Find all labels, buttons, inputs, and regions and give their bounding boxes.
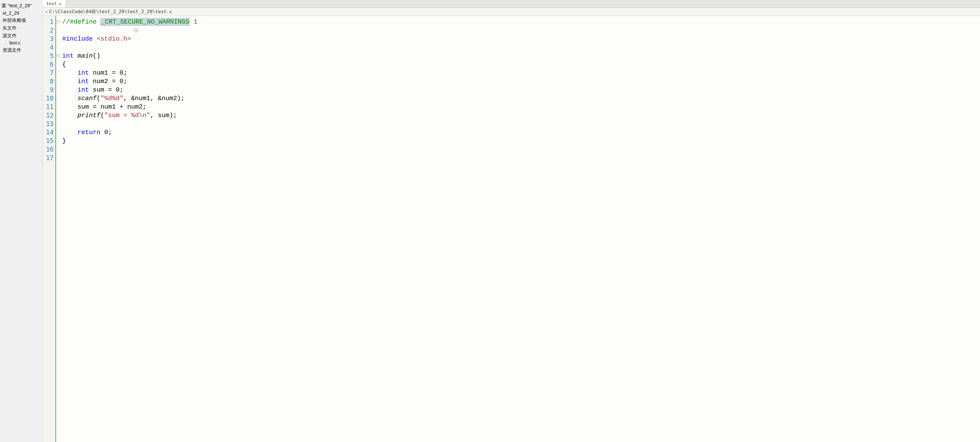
code-token: <stdio.h> [97,35,131,43]
line-number: 2 [46,26,54,35]
code-line[interactable]: return 0; [62,128,980,137]
tree-item[interactable]: 头文件 [0,24,42,32]
code-token [62,112,77,119]
code-token: num1 = 0; [89,69,127,76]
code-token: num2 = 0; [89,78,127,85]
code-token: int [77,69,89,76]
code-token: ( [100,112,104,119]
line-number: 15 [46,137,54,145]
code-token: 0; [100,129,112,136]
code-line[interactable] [62,120,980,128]
breadcrumb-path: C:\ClassCode\84班\test_2_29\test_2_29\tes… [49,8,172,15]
line-number: 16 [46,145,54,154]
tree-item-label: test.c [10,40,21,46]
line-number: 5 [46,52,54,60]
code-line[interactable]: //#define _CRT_SECURE_NO_WARNINGS 1 [62,17,980,26]
tree-root: st_2_29外部依赖项头文件源文件📄test.c资源文件 [0,10,42,54]
code-token: int [62,52,73,60]
chevron-down-icon[interactable]: ▾ [134,29,138,32]
code-token [62,78,77,85]
code-line[interactable]: int num2 = 0; [62,77,980,86]
code-line[interactable] [62,154,980,162]
arrow-icon: ➪ [45,9,48,14]
main-area: test.c ➪ C:\ClassCode\84班\test_2_29\test… [43,0,980,442]
code-line[interactable]: int sum = 0; [62,86,980,94]
code-token: () [93,52,100,60]
code-token: printf [77,112,100,119]
code-token: #include [62,35,97,43]
code-token: _CRT_SECURE_NO_WARNINGS [100,18,190,26]
code-token [62,129,77,136]
line-number: 17 [46,154,54,162]
code-token: , sum); [150,112,177,119]
breadcrumb-bar: ➪ C:\ClassCode\84班\test_2_29\test_2_29\t… [43,8,980,16]
fold-column: −− [56,16,60,442]
code-line[interactable]: ▾ [62,26,980,35]
code-token [62,86,77,93]
code-token: ( [97,95,100,102]
code-token: int [77,78,89,85]
fold-toggle[interactable]: − [57,54,60,57]
file-tab[interactable]: test.c [43,0,66,8]
code-line[interactable]: { [62,60,980,69]
code-token: // [62,18,70,25]
line-number: 4 [46,43,54,52]
line-gutter: 1234567891011121314151617 [43,16,56,442]
code-token [62,44,66,51]
code-line[interactable] [62,145,980,154]
code-line[interactable]: sum = num1 + num2; [62,103,980,111]
tree-item[interactable]: 源文件 [0,32,42,40]
code-token [62,146,66,153]
tree-item-label: 资源文件 [3,48,21,53]
tree-item[interactable]: 📄test.c [0,40,42,46]
code-token: 1 [190,18,197,25]
code-token [62,154,66,162]
code-editor[interactable]: 1234567891011121314151617 −− //#define _… [43,16,980,442]
tab-bar: test.c [43,0,980,8]
tree-item-label: 头文件 [3,25,17,31]
code-token [62,27,66,34]
tree-item[interactable]: st_2_29 [0,10,42,17]
code-token: { [62,61,66,68]
code-token [62,69,77,76]
code-token: sum = num1 + num2; [62,103,146,111]
code-token: int [77,86,89,93]
line-number: 6 [46,60,54,69]
tree-item[interactable]: 外部依赖项 [0,17,42,24]
tree-item-label: 源文件 [3,33,17,38]
tree-item-label: 外部依赖项 [3,17,26,23]
code-line[interactable]: printf("sum = %d\n", sum); [62,111,980,120]
code-line[interactable]: } [62,137,980,145]
line-number: 9 [46,86,54,94]
line-number: 11 [46,103,54,111]
code-line[interactable] [62,43,980,52]
code-token: main [77,52,93,60]
file-icon: 📄 [5,40,8,46]
fold-toggle[interactable]: − [57,20,60,23]
solution-explorer: 案 "test_2_29" st_2_29外部依赖项头文件源文件📄test.c资… [0,0,43,442]
code-token: scanf [77,95,97,102]
code-line[interactable]: int num1 = 0; [62,69,980,77]
search-label: 案 "test_2_29" [0,2,42,10]
line-number: 10 [46,94,54,103]
code-token [62,120,66,127]
code-line[interactable]: int main() [62,52,980,60]
code-token: , &num1, &num2); [123,95,185,102]
line-number: 7 [46,69,54,77]
code-line[interactable]: #include <stdio.h> [62,35,980,43]
code-content[interactable]: //#define _CRT_SECURE_NO_WARNINGS 1 ▾#in… [60,16,980,442]
line-number: 1 [46,17,54,26]
tree-item[interactable]: 资源文件 [0,46,42,54]
code-line[interactable]: scanf("%d%d", &num1, &num2); [62,94,980,103]
code-token: sum = 0; [89,86,123,93]
code-token: #define [70,18,100,25]
code-token: return [77,129,100,136]
code-token [62,95,77,102]
line-number: 3 [46,35,54,43]
line-number: 12 [46,111,54,120]
code-token: } [62,137,66,144]
tree-item-label: st_2_29 [3,10,19,16]
code-token: "sum = %d\n" [104,112,150,119]
line-number: 14 [46,128,54,137]
code-token: "%d%d" [100,95,123,102]
